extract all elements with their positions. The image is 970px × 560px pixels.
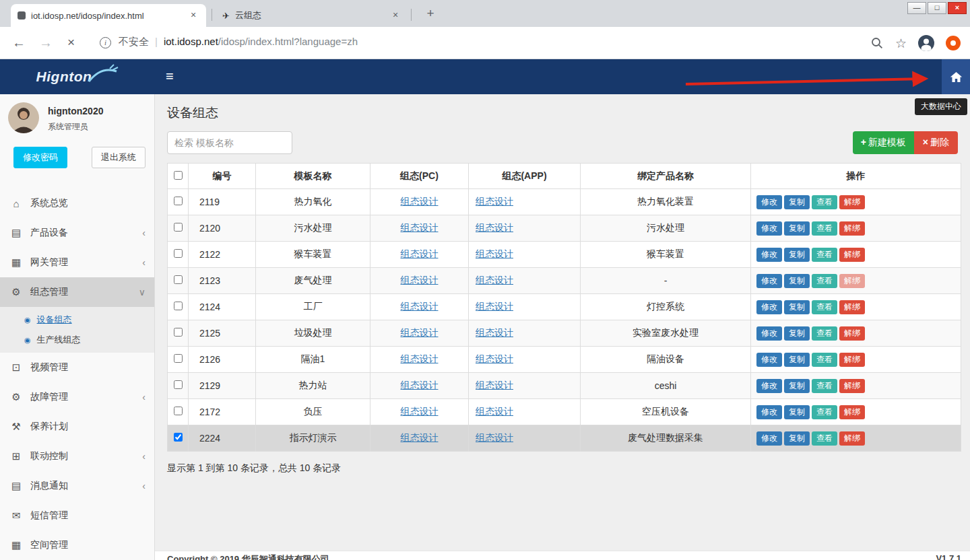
row-unbind-button[interactable]: 解绑 [839,326,865,341]
row-checkbox[interactable] [174,197,183,205]
row-view-button[interactable]: 查看 [812,405,837,419]
app-design-link[interactable]: 组态设计 [476,327,513,338]
row-view-button[interactable]: 查看 [812,274,837,288]
sidebar-item-sms-management[interactable]: ✉短信管理 [0,501,154,530]
row-unbind-button[interactable]: 解绑 [839,248,865,262]
browser-profile-icon[interactable] [918,35,934,51]
app-design-link[interactable]: 组态设计 [476,248,513,259]
sidebar-item-scada-management[interactable]: ⚙组态管理∨ [0,277,154,307]
extension-orange-icon[interactable] [946,36,961,50]
row-checkbox[interactable] [174,380,183,389]
row-copy-button[interactable]: 复制 [784,326,810,341]
pc-design-link[interactable]: 组态设计 [401,275,439,285]
row-copy-button[interactable]: 复制 [784,300,810,314]
row-unbind-button[interactable]: 解绑 [839,221,865,236]
delete-button[interactable]: ×删除 [914,131,958,154]
row-unbind-button[interactable]: 解绑 [839,431,865,446]
browser-tab-current[interactable]: iot.idosp.net/idosp/index.html × [11,4,206,27]
select-all-checkbox[interactable] [174,171,183,180]
row-copy-button[interactable]: 复制 [784,431,810,446]
url-omnibox[interactable]: 不安全|iot.idosp.net/idosp/index.html?langu… [119,36,358,48]
sidebar-item-product-device[interactable]: ▤产品设备‹ [0,218,154,248]
pc-design-link[interactable]: 组态设计 [401,222,439,233]
row-copy-button[interactable]: 复制 [784,405,810,419]
row-copy-button[interactable]: 复制 [784,353,810,367]
row-checkbox[interactable] [174,354,183,363]
pc-design-link[interactable]: 组态设计 [401,327,439,338]
row-checkbox[interactable] [174,407,183,415]
sidebar-item-message-notify[interactable]: ▤消息通知‹ [0,471,154,501]
row-copy-button[interactable]: 复制 [784,248,810,262]
row-unbind-button[interactable]: 解绑 [839,353,865,367]
row-copy-button[interactable]: 复制 [784,195,810,209]
row-edit-button[interactable]: 修改 [756,300,782,314]
row-checkbox[interactable] [174,433,183,442]
row-copy-button[interactable]: 复制 [784,379,810,393]
row-copy-button[interactable]: 复制 [784,274,810,288]
row-view-button[interactable]: 查看 [812,326,837,341]
tab-close-icon[interactable]: × [187,9,199,22]
row-edit-button[interactable]: 修改 [756,248,782,262]
new-template-button[interactable]: +新建模板 [853,131,914,154]
row-edit-button[interactable]: 修改 [756,195,782,209]
row-view-button[interactable]: 查看 [812,195,837,209]
pc-design-link[interactable]: 组态设计 [401,301,439,312]
row-view-button[interactable]: 查看 [812,379,837,393]
row-checkbox[interactable] [174,328,183,337]
app-design-link[interactable]: 组态设计 [476,301,513,312]
row-checkbox[interactable] [174,249,183,258]
row-unbind-button[interactable]: 解绑 [839,300,865,314]
new-tab-button[interactable]: + [422,5,439,23]
app-design-link[interactable]: 组态设计 [476,353,513,364]
sidebar-item-system-overview[interactable]: ⌂系统总览 [0,188,154,218]
sidebar-toggle-icon[interactable]: ≡ [166,69,174,84]
row-view-button[interactable]: 查看 [812,353,837,367]
logout-button[interactable]: 退出系统 [92,147,146,168]
app-design-link[interactable]: 组态设计 [476,380,513,390]
tab-close-icon[interactable]: × [389,9,401,22]
app-design-link[interactable]: 组态设计 [476,406,513,417]
pc-design-link[interactable]: 组态设计 [401,406,439,417]
sidebar-item-space-management[interactable]: ▦空间管理 [0,530,154,560]
search-input[interactable] [167,131,292,154]
app-design-link[interactable]: 组态设计 [476,275,513,285]
pc-design-link[interactable]: 组态设计 [401,196,439,207]
pc-design-link[interactable]: 组态设计 [401,380,439,390]
change-password-button[interactable]: 修改密码 [13,147,67,168]
row-unbind-button[interactable]: 解绑 [839,195,865,209]
sidebar-item-gateway-management[interactable]: ▦网关管理‹ [0,248,154,277]
sidebar-subitem-device-scada[interactable]: ◉设备组态 [0,310,154,330]
row-edit-button[interactable]: 修改 [756,379,782,393]
row-edit-button[interactable]: 修改 [756,405,782,419]
bookmark-star-icon[interactable]: ☆ [895,36,907,51]
zoom-icon[interactable] [870,36,884,50]
sidebar-item-fault-management[interactable]: ⚙故障管理‹ [0,382,154,412]
home-button[interactable] [942,59,970,94]
row-edit-button[interactable]: 修改 [756,274,782,288]
row-checkbox[interactable] [174,223,183,232]
sidebar-item-video-management[interactable]: ⊡视频管理 [0,353,154,382]
pc-design-link[interactable]: 组态设计 [401,432,439,443]
sidebar-item-maintenance-plan[interactable]: ⚒保养计划 [0,412,154,442]
stop-loading-icon[interactable]: × [67,35,75,50]
window-minimize-button[interactable]: — [907,2,926,14]
row-view-button[interactable]: 查看 [812,431,837,446]
pc-design-link[interactable]: 组态设计 [401,353,439,364]
row-checkbox[interactable] [174,302,183,310]
row-unbind-button[interactable]: 解绑 [839,379,865,393]
window-maximize-button[interactable]: □ [928,2,946,14]
row-unbind-button[interactable]: 解绑 [839,274,865,288]
sidebar-item-linkage-control[interactable]: ⊞联动控制‹ [0,442,154,471]
window-close-button[interactable]: × [948,2,967,14]
row-unbind-button[interactable]: 解绑 [839,405,865,419]
site-info-icon[interactable]: i [100,37,111,48]
browser-tab-cloud-scada[interactable]: ✈ 云组态 × [216,4,408,27]
row-checkbox[interactable] [174,275,183,284]
back-icon[interactable]: ← [12,35,26,50]
row-view-button[interactable]: 查看 [812,300,837,314]
row-edit-button[interactable]: 修改 [756,326,782,341]
app-design-link[interactable]: 组态设计 [476,432,513,443]
app-design-link[interactable]: 组态设计 [476,196,513,207]
row-view-button[interactable]: 查看 [812,221,837,236]
app-design-link[interactable]: 组态设计 [476,222,513,233]
